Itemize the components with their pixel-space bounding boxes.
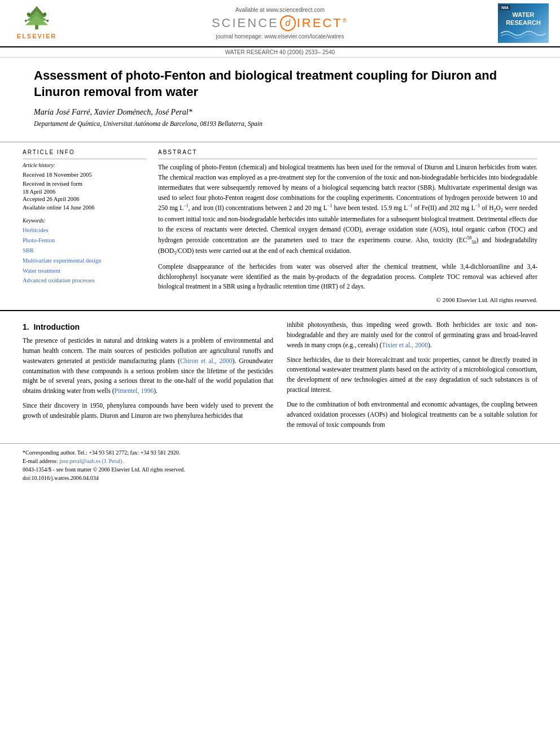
elsevier-tree-icon: [17, 3, 56, 32]
article-info-label: ARTICLE INFO: [23, 149, 147, 155]
iwa-badge: IWA: [500, 5, 510, 10]
received-revised-label: Received in revised form: [23, 180, 147, 189]
keyword-water-treatment[interactable]: Water treatment: [23, 266, 147, 276]
article-info-abstract-section: ARTICLE INFO Article history: Received 1…: [0, 142, 560, 303]
elsevier-brand-text: ELSEVIER: [17, 33, 56, 40]
journal-homepage: journal homepage: www.elsevier.com/locat…: [216, 33, 344, 40]
keyword-sbr[interactable]: SBR: [23, 246, 147, 256]
water-waves-icon: [501, 27, 546, 41]
keyword-advanced-oxidation[interactable]: Advanced oxidation processes: [23, 276, 147, 286]
corresponding-author: *Corresponding author. Tel.: +34 93 581 …: [23, 448, 537, 457]
article-info-col: ARTICLE INFO Article history: Received 1…: [23, 149, 147, 303]
wr-title: WATER RESEARCH: [500, 11, 546, 26]
article-title: Assessment of photo-Fenton and biologica…: [34, 68, 526, 100]
pimentel-link[interactable]: Pimentel, 1996: [115, 387, 154, 394]
sd-circle-icon: d: [280, 15, 296, 31]
footer-doi: doi:10.1016/j.watres.2006.04.034: [23, 474, 537, 482]
section1-paragraph2: Since their discovery in 1950, phenylure…: [23, 401, 273, 421]
accepted-date: Accepted 26 April 2006: [23, 195, 147, 204]
received-date: Received 18 November 2005: [23, 171, 147, 180]
abstract-divider: [158, 159, 537, 159]
abstract-paragraph2: Complete disappearance of the herbicides…: [158, 262, 537, 292]
svg-point-5: [43, 12, 47, 16]
direct-text: IRECT®: [297, 16, 348, 30]
abstract-label: ABSTRACT: [158, 149, 537, 155]
received-revised-date: 18 April 2006: [23, 189, 147, 195]
keyword-multivariate[interactable]: Multivariate experimental design: [23, 256, 147, 266]
email-link[interactable]: jose.peral@uab.es (J. Peral).: [59, 458, 124, 464]
article-info-block: Article history: Received 18 November 20…: [23, 159, 147, 212]
article-history-label: Article history:: [23, 163, 147, 168]
abstract-paragraph1: The coupling of photo-Fenton (chemical) …: [158, 163, 537, 257]
col-left-main: 1. Introduction The presence of pesticid…: [23, 320, 273, 434]
section1-paragraph1: The presence of pesticides in natural an…: [23, 336, 273, 396]
main-content: 1. Introduction The presence of pesticid…: [0, 310, 560, 434]
svg-point-4: [27, 12, 30, 16]
journal-citation: WATER RESEARCH 40 (2006) 2533– 2540: [0, 47, 560, 58]
page: ELSEVIER Available at www.sciencedirect.…: [0, 0, 560, 747]
email-address: E-mail address: jose.peral@uab.es (J. Pe…: [23, 457, 537, 465]
elsevier-logo: ELSEVIER: [11, 3, 62, 43]
article-title-section: Assessment of photo-Fenton and biologica…: [0, 58, 560, 142]
water-research-badge: IWA WATER RESEARCH: [498, 3, 549, 43]
footer-copyright: 0043-1354/$ - see front matter © 2006 El…: [23, 465, 537, 474]
authors: María José Farré, Xavier Doménech, José …: [34, 108, 526, 117]
tixier-link[interactable]: Tixier et al., 2000: [382, 342, 428, 348]
abstract-col: ABSTRACT The coupling of photo-Fenton (c…: [158, 149, 537, 303]
sciencedirect-logo: SCIENCE d IRECT®: [212, 15, 348, 31]
section1-paragraph3: Since herbicides, due to their biorecalc…: [287, 355, 537, 395]
email-label: E-mail address:: [23, 458, 59, 464]
keyword-herbicides[interactable]: Herbicides: [23, 225, 147, 235]
section1-paragraph4: Due to the combination of both environme…: [287, 400, 537, 430]
header-center: Available at www.sciencedirect.com SCIEN…: [62, 7, 498, 40]
footer-section: *Corresponding author. Tel.: +34 93 581 …: [0, 443, 560, 482]
available-online-date: Available online 14 June 2006: [23, 203, 147, 212]
section1-paragraph2-cont: inhibit photosynthesis, thus impeding we…: [287, 320, 537, 350]
journal-url: Available at www.sciencedirect.com: [235, 7, 325, 13]
abstract-copyright: © 2006 Elsevier Ltd. All rights reserved…: [158, 296, 537, 303]
keyword-photo-fenton[interactable]: Photo-Fenton: [23, 235, 147, 246]
journal-header: ELSEVIER Available at www.sciencedirect.…: [0, 0, 560, 47]
svg-point-6: [25, 20, 27, 22]
keywords-list: Herbicides Photo-Fenton SBR Multivariate…: [23, 225, 147, 286]
keywords-label: Keywords:: [23, 218, 147, 224]
affiliation: Departament de Química, Universitat Autó…: [34, 120, 526, 127]
science-text: SCIENCE: [212, 16, 279, 30]
section1-title: 1. Introduction: [23, 322, 273, 331]
two-col-main: 1. Introduction The presence of pesticid…: [23, 320, 537, 434]
svg-point-7: [46, 20, 49, 22]
col-right-main: inhibit photosynthesis, thus impeding we…: [287, 320, 537, 434]
chiron-link[interactable]: Chiron et al., 2000: [180, 357, 233, 364]
